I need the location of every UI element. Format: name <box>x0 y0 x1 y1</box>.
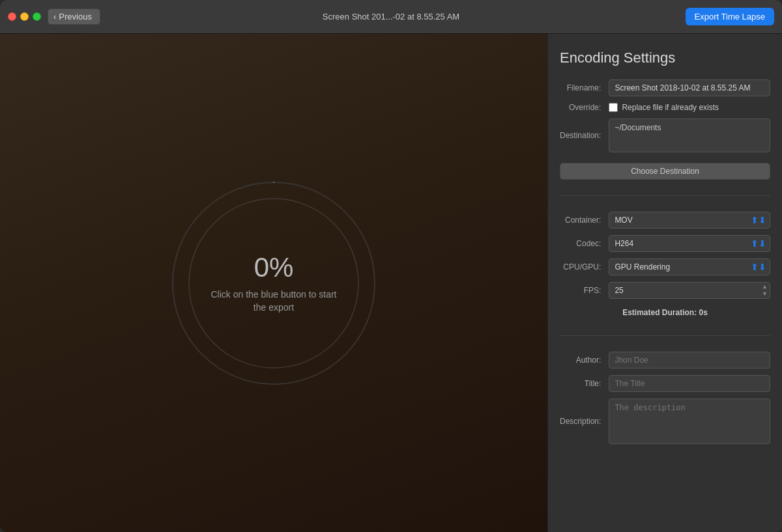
window-title: Screen Shot 201...-02 at 8.55.25 AM <box>323 12 459 21</box>
fps-increment-button[interactable]: ▲ <box>760 283 769 290</box>
previous-button[interactable]: ‹ Previous <box>48 8 100 25</box>
progress-text: 0% Click on the blue button to startthe … <box>211 252 337 314</box>
override-checkbox[interactable] <box>609 103 618 112</box>
divider-1 <box>560 195 770 196</box>
minimize-button[interactable] <box>20 12 29 21</box>
progress-ring-container: 0% Click on the blue button to startthe … <box>163 173 384 394</box>
destination-label: Destination: <box>560 131 603 140</box>
cpu-gpu-select[interactable]: GPU Rendering CPU Rendering <box>609 259 770 275</box>
override-label: Override: <box>560 103 603 112</box>
title-input[interactable] <box>609 375 770 392</box>
filename-label: Filename: <box>560 83 603 92</box>
cpu-gpu-select-wrapper: GPU Rendering CPU Rendering ⬆⬇ <box>609 259 770 275</box>
traffic-lights <box>8 12 41 21</box>
progress-hint: Click on the blue button to startthe exp… <box>211 288 337 314</box>
close-button[interactable] <box>8 12 16 21</box>
filename-input[interactable] <box>609 79 770 96</box>
destination-box: ~/Documents <box>609 119 770 152</box>
chevron-left-icon: ‹ <box>53 12 56 21</box>
choose-destination-button[interactable]: Choose Destination <box>560 163 770 180</box>
maximize-button[interactable] <box>33 12 41 21</box>
title-label: Title: <box>560 379 603 388</box>
description-input[interactable] <box>609 399 770 444</box>
override-row: Replace file if already exists <box>609 103 770 112</box>
container-select[interactable]: MOV MP4 AVI <box>609 212 770 229</box>
cpu-gpu-label: CPU/GPU: <box>560 262 603 272</box>
fps-label: FPS: <box>560 286 603 295</box>
codec-select-wrapper: H264 H265 ProRes ⬆⬇ <box>609 235 770 252</box>
override-checkbox-label: Replace file if already exists <box>622 103 719 112</box>
progress-percent: 0% <box>211 252 337 283</box>
export-time-lapse-button[interactable]: Export Time Lapse <box>686 8 774 25</box>
author-input[interactable] <box>609 352 770 369</box>
fps-input[interactable] <box>609 282 770 299</box>
container-label: Container: <box>560 216 603 225</box>
settings-panel: Encoding Settings Filename: Override: Re… <box>547 34 782 532</box>
divider-2 <box>560 335 770 336</box>
estimated-duration: Estimated Duration: 0s <box>560 305 770 320</box>
fps-decrement-button[interactable]: ▼ <box>760 290 769 298</box>
fps-wrapper: ▲ ▼ <box>609 282 770 299</box>
preview-panel: 0% Click on the blue button to startthe … <box>0 34 547 532</box>
titlebar: ‹ Previous Screen Shot 201...-02 at 8.55… <box>0 0 782 34</box>
codec-label: Codec: <box>560 239 603 248</box>
container-select-wrapper: MOV MP4 AVI ⬆⬇ <box>609 212 770 229</box>
previous-label: Previous <box>59 12 92 21</box>
section-title: Encoding Settings <box>560 49 770 66</box>
description-label: Description: <box>560 417 603 426</box>
settings-grid: Filename: Override: Replace file if alre… <box>560 79 770 444</box>
fps-spinners: ▲ ▼ <box>760 283 769 298</box>
codec-select[interactable]: H264 H265 ProRes <box>609 235 770 252</box>
main-layout: 0% Click on the blue button to startthe … <box>0 34 782 532</box>
author-label: Author: <box>560 356 603 365</box>
